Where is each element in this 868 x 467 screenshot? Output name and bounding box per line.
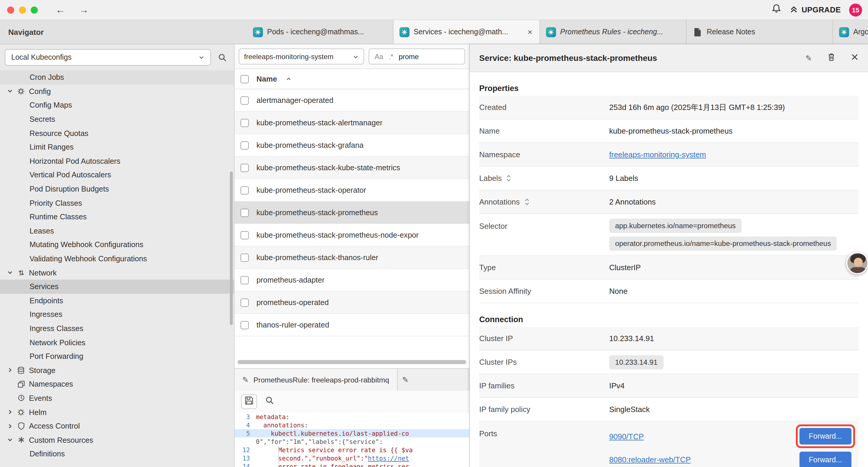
forward-button[interactable]: →	[79, 4, 89, 15]
row-checkbox[interactable]	[241, 321, 249, 329]
table-row-kube-prometheus-stack-prometheus[interactable]: kube-prometheus-stack-prometheus	[235, 202, 469, 224]
sidebar-item-horizontal-pod-autoscalers[interactable]: Horizontal Pod Autoscalers	[0, 154, 234, 168]
tab-services-icecheng-math[interactable]: Services - icecheng@math...×	[394, 20, 540, 44]
editor-search-icon[interactable]	[265, 396, 274, 407]
close-tab-icon[interactable]: ×	[526, 27, 533, 37]
tab-argo-se[interactable]: Argo Se	[833, 20, 868, 44]
table-row-kube-prometheus-stack-kube-state-metrics[interactable]: kube-prometheus-stack-kube-state-metrics	[235, 157, 469, 179]
table-row-kube-prometheus-stack-grafana[interactable]: kube-prometheus-stack-grafana	[235, 134, 469, 157]
detail-label: Annotations	[479, 198, 609, 206]
sidebar-item-ingress-classes[interactable]: Ingress Classes	[0, 321, 234, 335]
sidebar-item-custom-resources[interactable]: Custom Resources	[0, 433, 234, 447]
row-checkbox[interactable]	[241, 119, 249, 127]
port-link[interactable]: 9090/TCP	[609, 432, 644, 441]
delete-resource-icon[interactable]	[827, 52, 836, 63]
tab-pods-icecheng-mathmas[interactable]: Pods - icecheng@mathmas...	[247, 20, 394, 44]
unfold-more-icon[interactable]	[524, 198, 530, 206]
sidebar-item-label: Config Maps	[30, 101, 72, 110]
notification-count-badge[interactable]: 15	[849, 3, 862, 16]
row-checkbox[interactable]	[241, 164, 249, 172]
sidebar-item-config[interactable]: Config	[0, 84, 234, 98]
sidebar-search-icon[interactable]	[218, 53, 227, 62]
row-checkbox[interactable]	[241, 253, 249, 262]
sidebar-item-definitions[interactable]: Definitions	[0, 447, 234, 461]
user-avatar[interactable]	[846, 252, 868, 274]
table-search-input[interactable]: Aa .* prome	[369, 49, 465, 64]
sidebar-item-priority-classes[interactable]: Priority Classes	[0, 196, 234, 210]
table-row-kube-prometheus-stack-thanos-ruler[interactable]: kube-prometheus-stack-thanos-ruler	[235, 246, 469, 269]
sidebar-item-vertical-pod-autoscalers[interactable]: Vertical Pod Autoscalers	[0, 168, 234, 182]
sidebar-item-pod-disruption-budgets[interactable]: Pod Disruption Budgets	[0, 182, 234, 196]
sort-ascending-icon[interactable]	[286, 76, 291, 82]
forward-button[interactable]: Forward...	[799, 428, 851, 444]
sidebar-item-ingresses[interactable]: Ingresses	[0, 308, 234, 321]
code-text: kubectl.kubernetes.io/last-applied-co	[256, 429, 409, 437]
tab-release-notes[interactable]: Release Notes	[687, 20, 833, 44]
dock-tab-prometheusrule[interactable]: ✎ PrometheusRule: freeleaps-prod-rabbitm…	[235, 369, 397, 391]
chevron-down-icon	[198, 54, 205, 60]
unfold-more-icon[interactable]	[506, 174, 512, 182]
sidebar-item-endpoints[interactable]: Endpoints	[0, 293, 234, 308]
forward-button[interactable]: Forward...	[799, 451, 851, 467]
sidebar-item-config-maps[interactable]: Config Maps	[0, 98, 234, 112]
save-button[interactable]	[241, 394, 257, 409]
minimize-window-button[interactable]	[19, 6, 26, 13]
row-checkbox[interactable]	[241, 208, 249, 217]
sidebar-item-cron-jobs[interactable]: Cron Jobs	[0, 70, 234, 84]
row-checkbox[interactable]	[241, 276, 249, 284]
select-all-checkbox[interactable]	[241, 75, 249, 83]
line-number: 4	[235, 421, 256, 429]
horizontal-scrollbar[interactable]	[238, 360, 466, 364]
notifications-bell-icon[interactable]	[771, 4, 781, 16]
sidebar-item-port-forwarding[interactable]: Port Forwarding	[0, 349, 234, 363]
dock-tab-partial[interactable]: ✎	[397, 369, 469, 391]
name-column-header[interactable]: Name	[256, 75, 277, 83]
sidebar-item-leases[interactable]: Leases	[0, 224, 234, 238]
sidebar-item-helm[interactable]: Helm	[0, 405, 234, 419]
sidebar-item-network-policies[interactable]: Network Policies	[0, 335, 234, 349]
row-checkbox[interactable]	[241, 141, 249, 149]
row-checkbox[interactable]	[241, 186, 249, 194]
port-link[interactable]: 8080:reloader-web/TCP	[609, 455, 691, 464]
close-drawer-icon[interactable]	[851, 53, 859, 63]
yaml-editor[interactable]: 3metadata:4 annotations:5 kubectl.kubern…	[235, 413, 469, 467]
sidebar-item-limit-ranges[interactable]: Limit Ranges	[0, 140, 234, 154]
table-row-prometheus-operated[interactable]: prometheus-operated	[235, 291, 469, 314]
row-checkbox[interactable]	[241, 231, 249, 239]
sidebar-item-mutating-webhook-configurations[interactable]: Mutating Webhook Configurations	[0, 238, 234, 252]
tab-prometheus-rules-icecheng[interactable]: Prometheus Rules - icecheng...	[540, 20, 687, 44]
sidebar-item-events[interactable]: Events	[0, 391, 234, 405]
match-case-toggle[interactable]: Aa	[375, 52, 383, 61]
sidebar-item-services[interactable]: Services	[0, 280, 234, 293]
upgrade-button[interactable]: UPGRADE	[789, 4, 841, 15]
sidebar-item-resource-quotas[interactable]: Resource Quotas	[0, 126, 234, 140]
sidebar-item-storage[interactable]: Storage	[0, 363, 234, 377]
sidebar-scrollbar[interactable]	[230, 171, 233, 325]
sidebar-item-access-control[interactable]: Access Control	[0, 419, 234, 433]
row-checkbox[interactable]	[241, 96, 249, 104]
kubeconfig-select[interactable]: Local Kubeconfigs	[5, 49, 211, 66]
table-row-thanos-ruler-operated[interactable]: thanos-ruler-operated	[235, 314, 469, 337]
sidebar-item-network[interactable]: Network	[0, 266, 234, 280]
tab-label: Prometheus Rules - icecheng...	[560, 28, 680, 36]
regex-toggle[interactable]: .*	[389, 52, 393, 61]
service-name: prometheus-operated	[256, 298, 329, 307]
back-button[interactable]: ←	[56, 4, 65, 15]
row-checkbox[interactable]	[241, 298, 249, 307]
namespace-link[interactable]: freeleaps-monitoring-system	[609, 150, 706, 159]
sidebar-item-namespaces[interactable]: Namespaces	[0, 377, 234, 391]
chevron-down-icon	[7, 437, 13, 443]
namespace-select[interactable]: freeleaps-monitoring-system	[239, 49, 364, 64]
table-row-prometheus-adapter[interactable]: prometheus-adapter	[235, 269, 469, 291]
detail-label: Session Affinity	[479, 287, 609, 296]
table-row-alertmanager-operated[interactable]: alertmanager-operated	[235, 89, 469, 112]
table-row-kube-prometheus-stack-prometheus-node-expor[interactable]: kube-prometheus-stack-prometheus-node-ex…	[235, 224, 469, 246]
sidebar-item-secrets[interactable]: Secrets	[0, 112, 234, 126]
edit-resource-icon[interactable]: ✎	[805, 54, 812, 62]
zoom-window-button[interactable]	[31, 6, 38, 13]
table-row-kube-prometheus-stack-alertmanager[interactable]: kube-prometheus-stack-alertmanager	[235, 112, 469, 134]
table-row-kube-prometheus-stack-operator[interactable]: kube-prometheus-stack-operator	[235, 179, 469, 202]
sidebar-item-validating-webhook-configurations[interactable]: Validating Webhook Configurations	[0, 252, 234, 265]
sidebar-item-runtime-classes[interactable]: Runtime Classes	[0, 210, 234, 224]
close-window-button[interactable]	[7, 6, 14, 13]
